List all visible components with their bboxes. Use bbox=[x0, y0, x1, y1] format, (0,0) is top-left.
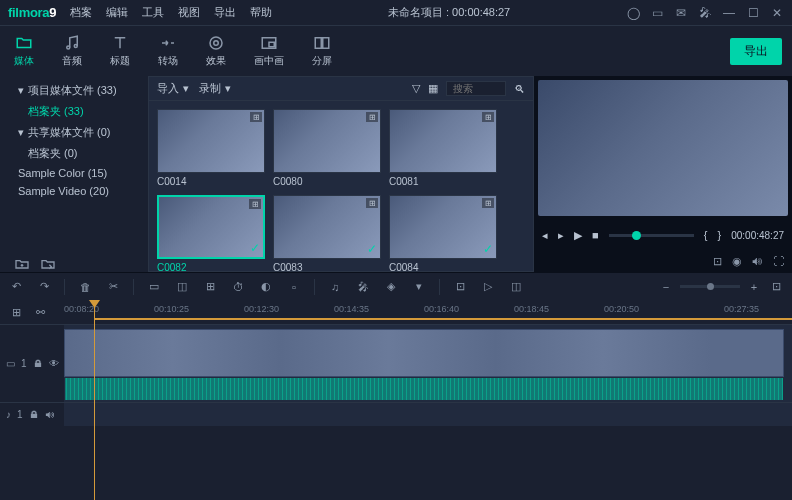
record-tool-icon[interactable]: ⊡ bbox=[452, 279, 468, 295]
view-grid-icon[interactable]: ▦ bbox=[428, 82, 438, 95]
audio-track-header[interactable]: ♪ 1 🔒︎ 🔊︎ bbox=[0, 402, 64, 426]
link-icon[interactable]: ⚯ bbox=[32, 304, 48, 320]
zoom-slider[interactable] bbox=[680, 285, 740, 288]
undo-button[interactable]: ↶ bbox=[8, 279, 24, 295]
sidebar-item-shared-media[interactable]: ▾共享媒体文件 (0) bbox=[0, 122, 148, 143]
crop-tool-icon[interactable]: ◫ bbox=[174, 279, 190, 295]
minimize-icon[interactable]: — bbox=[722, 6, 736, 20]
timeline-clip[interactable] bbox=[64, 329, 784, 377]
marker-icon[interactable]: ▾ bbox=[411, 279, 427, 295]
zoom-in-button[interactable]: + bbox=[746, 279, 762, 295]
speed-icon[interactable]: ⏱︎ bbox=[230, 279, 246, 295]
sidebar-item-project-media[interactable]: ▾项目媒体文件 (33) bbox=[0, 80, 148, 101]
video-badge-icon: ⊞ bbox=[250, 112, 262, 122]
video-track-header[interactable]: ▭ 1 🔒︎ 👁︎ bbox=[0, 324, 64, 402]
new-folder-icon[interactable] bbox=[14, 256, 30, 272]
zoom-fit-icon[interactable]: ⊡ bbox=[768, 279, 784, 295]
playhead[interactable] bbox=[94, 300, 95, 500]
media-thumbnails: ⊞C0014 ⊞C0080 ⊞C0081 ⊞✓C0082 ⊞✓C0083 ⊞✓C… bbox=[149, 101, 533, 271]
redo-button[interactable]: ↷ bbox=[36, 279, 52, 295]
media-thumb[interactable]: ⊞C0014 bbox=[157, 109, 265, 187]
search-icon[interactable]: 🔍︎ bbox=[514, 83, 525, 95]
delete-button[interactable]: 🗑︎ bbox=[77, 279, 93, 295]
search-input[interactable] bbox=[446, 81, 506, 96]
mark-out-icon[interactable]: } bbox=[717, 229, 721, 241]
user-icon[interactable]: ◯ bbox=[626, 6, 640, 20]
lock-icon[interactable]: 🔒︎ bbox=[29, 409, 39, 420]
menu-tools[interactable]: 工具 bbox=[142, 5, 164, 20]
video-track[interactable] bbox=[64, 324, 792, 402]
cut-button[interactable]: ✂︎ bbox=[105, 279, 121, 295]
sidebar-item-sample-color[interactable]: Sample Color (15) bbox=[0, 164, 148, 182]
menu-help[interactable]: 帮助 bbox=[250, 5, 272, 20]
menu-export[interactable]: 导出 bbox=[214, 5, 236, 20]
svg-point-2 bbox=[210, 37, 222, 49]
media-thumb[interactable]: ⊞C0080 bbox=[273, 109, 381, 187]
media-thumb[interactable]: ⊞✓C0084 bbox=[389, 195, 497, 271]
main-menu: 档案 编辑 工具 视图 导出 帮助 bbox=[70, 5, 272, 20]
preview-video[interactable] bbox=[538, 80, 788, 216]
tab-effect[interactable]: 效果 bbox=[200, 30, 232, 72]
voice-icon[interactable]: 🎤︎ bbox=[355, 279, 371, 295]
tab-audio[interactable]: 音频 bbox=[56, 30, 88, 72]
volume-icon[interactable]: 🔊︎ bbox=[752, 255, 763, 267]
keyframe-icon[interactable]: ◈ bbox=[383, 279, 399, 295]
close-icon[interactable]: ✕ bbox=[770, 6, 784, 20]
pip-icon bbox=[260, 34, 278, 52]
fullscreen-icon[interactable]: ⛶ bbox=[773, 255, 784, 267]
track-settings-icon[interactable]: ⊞ bbox=[8, 304, 24, 320]
audio-track[interactable] bbox=[64, 402, 792, 426]
media-thumb[interactable]: ⊞C0081 bbox=[389, 109, 497, 187]
export-button[interactable]: 导出 bbox=[730, 38, 782, 65]
tab-split[interactable]: 分屏 bbox=[306, 30, 338, 72]
record-dropdown[interactable]: 录制 ▾ bbox=[199, 81, 231, 96]
step-back-button[interactable]: ▸ bbox=[558, 229, 564, 242]
track-icon[interactable]: ◫ bbox=[508, 279, 524, 295]
stop-button[interactable]: ■ bbox=[592, 229, 599, 241]
snapshot-icon[interactable]: ◉ bbox=[732, 255, 742, 268]
mic-icon[interactable]: 🎤︎ bbox=[698, 6, 712, 20]
filter-icon[interactable]: ▽ bbox=[412, 82, 420, 95]
media-thumb-selected[interactable]: ⊞✓C0082 bbox=[157, 195, 265, 271]
audio-mixer-icon[interactable]: ♫ bbox=[327, 279, 343, 295]
preview-timecode: 00:00:48:27 bbox=[731, 230, 784, 241]
sidebar-item-folder-empty[interactable]: 档案夹 (0) bbox=[0, 143, 148, 164]
audio-waveform bbox=[65, 378, 783, 400]
svg-rect-6 bbox=[315, 38, 321, 49]
zoom-out-button[interactable]: − bbox=[658, 279, 674, 295]
project-title: 未命名项目 : 00:00:48:27 bbox=[272, 5, 626, 20]
render-icon[interactable]: ▷ bbox=[480, 279, 496, 295]
tab-pip[interactable]: 画中画 bbox=[248, 30, 290, 72]
timeline-ruler[interactable]: 00:08:20 00:10:25 00:12:30 00:14:35 00:1… bbox=[64, 300, 792, 324]
menu-edit[interactable]: 编辑 bbox=[106, 5, 128, 20]
app-logo: filmora9 bbox=[8, 5, 56, 20]
import-dropdown[interactable]: 导入 ▾ bbox=[157, 81, 189, 96]
split-icon bbox=[313, 34, 331, 52]
edit-tool-icon[interactable]: ▭ bbox=[146, 279, 162, 295]
mail-icon[interactable]: ✉ bbox=[674, 6, 688, 20]
tab-title[interactable]: 标题 bbox=[104, 30, 136, 72]
mute-icon[interactable]: 🔊︎ bbox=[45, 409, 55, 420]
adjust-icon[interactable]: ⊞ bbox=[202, 279, 218, 295]
chevron-down-icon: ▾ bbox=[183, 82, 189, 95]
folder-arrow-icon[interactable] bbox=[40, 256, 56, 272]
menu-file[interactable]: 档案 bbox=[70, 5, 92, 20]
notify-icon[interactable]: ▭ bbox=[650, 6, 664, 20]
preview-progress[interactable] bbox=[609, 234, 694, 237]
tab-media[interactable]: 媒体 bbox=[8, 30, 40, 72]
prev-frame-button[interactable]: ◂ bbox=[542, 229, 548, 242]
green-screen-icon[interactable]: ▫ bbox=[286, 279, 302, 295]
mark-in-icon[interactable]: { bbox=[704, 229, 708, 241]
lock-icon[interactable]: 🔒︎ bbox=[33, 358, 43, 369]
visibility-icon[interactable]: 👁︎ bbox=[49, 358, 59, 369]
menu-view[interactable]: 视图 bbox=[178, 5, 200, 20]
maximize-icon[interactable]: ☐ bbox=[746, 6, 760, 20]
display-icon[interactable]: ⊡ bbox=[713, 255, 722, 268]
color-icon[interactable]: ◐ bbox=[258, 279, 274, 295]
play-button[interactable]: ▶ bbox=[574, 229, 582, 242]
check-icon: ✓ bbox=[367, 242, 377, 256]
tab-transition[interactable]: 转场 bbox=[152, 30, 184, 72]
sidebar-item-folder-selected[interactable]: 档案夹 (33) bbox=[0, 101, 148, 122]
sidebar-item-sample-video[interactable]: Sample Video (20) bbox=[0, 182, 148, 200]
media-thumb[interactable]: ⊞✓C0083 bbox=[273, 195, 381, 271]
